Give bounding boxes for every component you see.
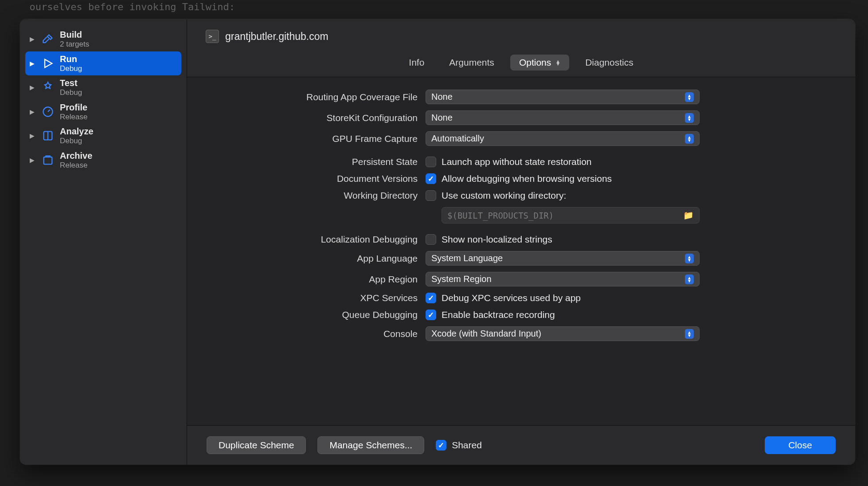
- console-popup[interactable]: Xcode (with Standard Input) ▲▼: [426, 326, 700, 341]
- scheme-main-panel: >_ grantjbutler.github.com Info Argument…: [187, 19, 855, 465]
- xpc-checkbox[interactable]: Debug XPC services used by app: [426, 293, 700, 303]
- updown-icon: ▲▼: [685, 92, 694, 102]
- terminal-icon: >_: [206, 30, 219, 43]
- locdebug-label: Localization Debugging: [214, 234, 418, 245]
- routing-popup[interactable]: None ▲▼: [426, 90, 700, 104]
- tab-info[interactable]: Info: [400, 55, 433, 71]
- manage-schemes-button[interactable]: Manage Schemes...: [317, 436, 424, 454]
- background-code: ourselves before invoking Tailwind:: [0, 0, 253, 14]
- sidebar-item-test[interactable]: ▶ Test Debug: [25, 75, 181, 100]
- locdebug-checkbox[interactable]: Show non-localized strings: [426, 234, 700, 245]
- hammer-icon: [40, 31, 55, 47]
- sidebar-item-build[interactable]: ▶ Build 2 targets: [25, 27, 181, 51]
- sidebar-item-run[interactable]: ▶ Run Debug: [25, 51, 181, 76]
- duplicate-scheme-button[interactable]: Duplicate Scheme: [207, 436, 306, 454]
- tab-arguments[interactable]: Arguments: [440, 55, 503, 71]
- chevron-right-icon: ▶: [30, 157, 36, 164]
- sidebar-item-title: Run: [60, 54, 82, 64]
- wrench-icon: [40, 80, 55, 95]
- sidebar-item-title: Profile: [60, 102, 87, 113]
- options-form: Routing App Coverage File None ▲▼ StoreK…: [187, 77, 855, 425]
- updown-icon: ▲▼: [685, 113, 694, 123]
- persistent-checkbox[interactable]: Launch app without state restoration: [426, 157, 700, 167]
- checkbox-icon: [426, 293, 436, 303]
- chevron-right-icon: ▶: [30, 60, 36, 67]
- sidebar-item-subtitle: 2 targets: [60, 40, 89, 49]
- analyze-icon: [40, 128, 55, 143]
- applang-popup[interactable]: System Language ▲▼: [426, 251, 700, 266]
- updown-icon: ▲▼: [685, 274, 694, 284]
- checkbox-icon: [426, 234, 436, 245]
- xpc-label: XPC Services: [214, 293, 418, 303]
- workdir-checkbox[interactable]: Use custom working directory:: [426, 190, 700, 201]
- checkbox-icon: [426, 310, 436, 320]
- scheme-tabs: Info Arguments Options ▲▼ Diagnostics: [187, 50, 855, 77]
- queue-label: Queue Debugging: [214, 310, 418, 320]
- tab-diagnostics[interactable]: Diagnostics: [576, 55, 642, 71]
- routing-label: Routing App Coverage File: [214, 92, 418, 102]
- svg-marker-0: [45, 59, 52, 67]
- sidebar-item-subtitle: Debug: [60, 88, 82, 97]
- gpu-popup[interactable]: Automatically ▲▼: [426, 131, 700, 146]
- tab-options[interactable]: Options ▲▼: [510, 55, 569, 71]
- shared-checkbox[interactable]: Shared: [436, 440, 482, 451]
- storekit-label: StoreKit Configuration: [214, 113, 418, 123]
- storekit-popup[interactable]: None ▲▼: [426, 110, 700, 125]
- sidebar-item-analyze[interactable]: ▶ Analyze Debug: [25, 124, 181, 148]
- gpu-label: GPU Frame Capture: [214, 133, 418, 144]
- appregion-popup[interactable]: System Region ▲▼: [426, 272, 700, 286]
- workdir-path-field[interactable]: $(BUILT_PRODUCTS_DIR) 📁: [442, 207, 700, 223]
- sidebar-item-title: Test: [60, 78, 82, 88]
- archive-icon: [40, 153, 55, 168]
- checkbox-icon: [426, 190, 436, 201]
- chevron-right-icon: ▶: [30, 84, 36, 91]
- sidebar-item-profile[interactable]: ▶ Profile Release: [25, 100, 181, 124]
- workdir-label: Working Directory: [214, 190, 418, 201]
- sidebar-item-title: Build: [60, 30, 89, 40]
- queue-checkbox[interactable]: Enable backtrace recording: [426, 310, 700, 320]
- checkbox-icon: [426, 157, 436, 167]
- persistent-label: Persistent State: [214, 157, 418, 167]
- updown-icon: ▲▼: [555, 60, 560, 65]
- checkbox-icon: [426, 173, 436, 184]
- scheme-name: grantjbutler.github.com: [225, 31, 328, 43]
- docver-checkbox[interactable]: Allow debugging when browsing versions: [426, 173, 700, 184]
- updown-icon: ▲▼: [685, 254, 694, 263]
- svg-rect-3: [44, 157, 52, 164]
- sidebar-item-title: Archive: [60, 151, 92, 161]
- sidebar-item-subtitle: Release: [60, 161, 92, 170]
- gauge-icon: [40, 104, 55, 119]
- updown-icon: ▲▼: [685, 329, 694, 339]
- sidebar-item-title: Analyze: [60, 126, 94, 137]
- checkbox-icon: [436, 440, 446, 451]
- chevron-right-icon: ▶: [30, 132, 36, 139]
- play-icon: [40, 56, 55, 71]
- sidebar-item-subtitle: Release: [60, 113, 87, 122]
- updown-icon: ▲▼: [685, 134, 694, 144]
- chevron-right-icon: ▶: [30, 108, 36, 115]
- dialog-footer: Duplicate Scheme Manage Schemes... Share…: [187, 425, 855, 465]
- console-label: Console: [214, 329, 418, 339]
- scheme-editor-dialog: ▶ Build 2 targets ▶ Run Debug: [20, 19, 855, 465]
- sidebar-item-archive[interactable]: ▶ Archive Release: [25, 148, 181, 172]
- close-button[interactable]: Close: [765, 436, 836, 454]
- appregion-label: App Region: [214, 274, 418, 285]
- sidebar-item-subtitle: Debug: [60, 64, 82, 73]
- sidebar-item-subtitle: Debug: [60, 137, 94, 145]
- scheme-sidebar: ▶ Build 2 targets ▶ Run Debug: [20, 19, 187, 465]
- folder-icon[interactable]: 📁: [683, 210, 694, 220]
- applang-label: App Language: [214, 253, 418, 264]
- docver-label: Document Versions: [214, 173, 418, 184]
- chevron-right-icon: ▶: [30, 35, 36, 43]
